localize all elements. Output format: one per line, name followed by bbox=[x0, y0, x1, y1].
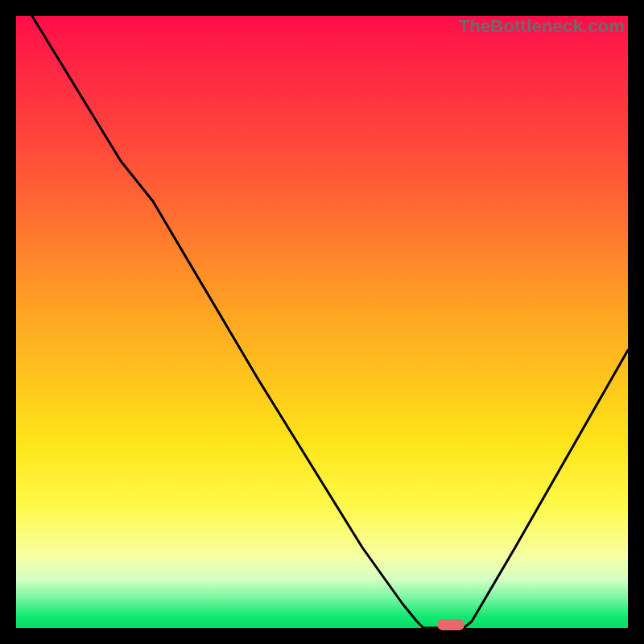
watermark-label: TheBottleneck.com bbox=[459, 16, 625, 37]
chart-frame: TheBottleneck.com bbox=[16, 16, 628, 628]
gradient-background bbox=[16, 16, 628, 628]
